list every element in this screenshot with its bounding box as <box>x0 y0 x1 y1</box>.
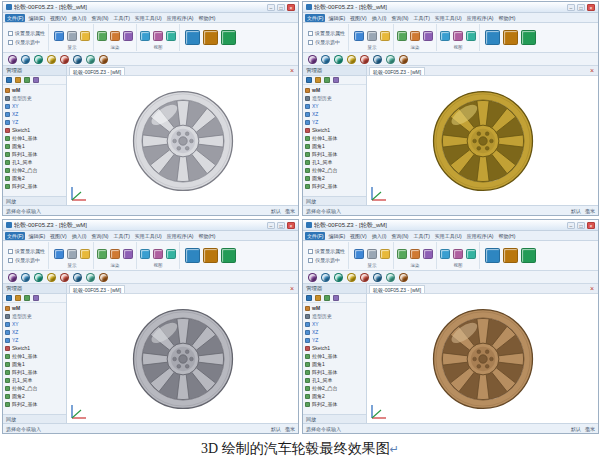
menu-tab[interactable]: 插入(I) <box>370 14 389 22</box>
tree-item[interactable]: XZ <box>305 110 364 118</box>
tree-item[interactable]: 阵列1_基体 <box>5 368 64 376</box>
tree-item[interactable]: 拉伸1_基体 <box>5 352 64 360</box>
ribbon-option-row[interactable]: 设置显示属性 <box>308 30 345 36</box>
document-tab[interactable]: 轮毂-00F05.Z3 - [wM] <box>69 67 125 75</box>
menu-tab[interactable]: 编辑(E) <box>26 232 47 240</box>
scene-settings-icon[interactable] <box>503 30 518 45</box>
right-view-icon[interactable] <box>47 273 56 282</box>
checkbox-icon[interactable] <box>8 249 13 254</box>
render-image-icon[interactable] <box>185 30 200 45</box>
wheel-model[interactable] <box>427 303 539 415</box>
document-close-icon[interactable]: × <box>590 67 596 75</box>
model-canvas[interactable] <box>367 294 598 423</box>
right-view-icon[interactable] <box>47 55 56 64</box>
tree-item[interactable]: 拉伸2_凸台 <box>305 166 364 174</box>
layer-tab-icon[interactable] <box>324 295 330 301</box>
tree-item[interactable]: 造型历史 <box>305 312 364 320</box>
rotate-view-icon[interactable] <box>373 273 382 282</box>
shade-mode-sphere-icon[interactable] <box>8 273 17 282</box>
material-icon[interactable] <box>123 31 133 41</box>
render-image-icon[interactable] <box>485 30 500 45</box>
material-icon[interactable] <box>423 31 433 41</box>
menu-tab[interactable]: 插入(I) <box>70 232 89 240</box>
layer-tab-icon[interactable] <box>24 77 30 83</box>
tree-item[interactable]: 阵列1_基体 <box>305 150 364 158</box>
rotate-view-icon[interactable] <box>373 55 382 64</box>
menu-tab[interactable]: 工具(T) <box>411 232 431 240</box>
tree-item[interactable]: XZ <box>305 328 364 336</box>
tree-item[interactable]: YZ <box>5 118 64 126</box>
tree-item[interactable]: XY <box>5 320 64 328</box>
iso-view-icon[interactable] <box>440 31 450 41</box>
tree-item[interactable]: 孔1_简单 <box>5 158 64 166</box>
tree-item[interactable]: 阵列2_基体 <box>5 400 64 408</box>
checkbox-icon[interactable] <box>8 40 13 45</box>
document-tab[interactable]: 轮毂-00F05.Z3 - [wM] <box>369 285 425 293</box>
shaded-render-icon[interactable] <box>97 31 107 41</box>
menu-tab[interactable]: 帮助(H) <box>496 232 517 240</box>
view-tab-icon[interactable] <box>33 77 39 83</box>
menu-tab[interactable]: 应用程序(A) <box>165 14 196 22</box>
right-view-icon[interactable] <box>347 273 356 282</box>
assembly-tab-icon[interactable] <box>15 295 21 301</box>
model-canvas[interactable] <box>67 294 298 423</box>
feature-tree-footer[interactable]: 回放 <box>303 414 366 423</box>
menu-tab[interactable]: 查询(N) <box>389 232 410 240</box>
checkbox-icon[interactable] <box>308 40 313 45</box>
shade-mode-sphere-icon[interactable] <box>308 273 317 282</box>
zoom-view-icon[interactable] <box>399 273 408 282</box>
tree-item[interactable]: 阵列1_基体 <box>5 150 64 158</box>
camera-view-icon[interactable] <box>153 249 163 259</box>
hide-target-icon[interactable] <box>67 249 77 259</box>
assembly-tab-icon[interactable] <box>15 77 21 83</box>
menu-tab[interactable]: 视图(V) <box>348 14 369 22</box>
maximize-button[interactable]: □ <box>577 4 585 11</box>
menu-tab[interactable]: 文件(F) <box>305 232 325 240</box>
scene-settings-icon[interactable] <box>203 248 218 263</box>
show-target-icon[interactable] <box>354 31 364 41</box>
camera-view-icon[interactable] <box>153 31 163 41</box>
menu-tab[interactable]: 文件(F) <box>5 232 25 240</box>
menu-tab[interactable]: 实用工具(U) <box>433 232 464 240</box>
tree-item[interactable]: XZ <box>5 110 64 118</box>
right-view-icon[interactable] <box>347 55 356 64</box>
tree-item[interactable]: 拉伸2_凸台 <box>5 384 64 392</box>
menu-tab[interactable]: 工具(T) <box>411 14 431 22</box>
window-titlebar[interactable]: 轮毂-00F05.Z3 - [轮毂_wM] – □ × <box>303 220 598 231</box>
tree-item[interactable]: wM <box>305 86 364 94</box>
tree-item[interactable]: 阵列2_基体 <box>305 182 364 190</box>
scene-settings-icon[interactable] <box>503 248 518 263</box>
assembly-tab-icon[interactable] <box>315 295 321 301</box>
document-close-icon[interactable]: × <box>290 285 296 293</box>
grid-view-icon[interactable] <box>466 249 476 259</box>
tree-item[interactable]: wM <box>305 304 364 312</box>
tree-item[interactable]: 拉伸1_基体 <box>305 134 364 142</box>
tree-item[interactable]: YZ <box>305 118 364 126</box>
tree-item[interactable]: 圆角2 <box>305 174 364 182</box>
menu-tab[interactable]: 视图(V) <box>48 14 69 22</box>
layer-tab-icon[interactable] <box>324 77 330 83</box>
feature-tree-footer[interactable]: 回放 <box>3 196 66 205</box>
menu-tab[interactable]: 实用工具(U) <box>133 232 164 240</box>
menu-tab[interactable]: 帮助(H) <box>496 14 517 22</box>
tree-item[interactable]: wM <box>5 304 64 312</box>
minimize-button[interactable]: – <box>267 4 275 11</box>
menu-tab[interactable]: 应用程序(A) <box>465 232 496 240</box>
history-tab-icon[interactable] <box>306 77 312 83</box>
ribbon-option-row[interactable]: 仅显示选中 <box>8 257 45 263</box>
menu-tab[interactable]: 查询(N) <box>89 14 110 22</box>
show-target-icon[interactable] <box>54 249 64 259</box>
shade-mode-sphere-icon[interactable] <box>8 55 17 64</box>
front-view-icon[interactable] <box>321 273 330 282</box>
tree-item[interactable]: 圆角2 <box>5 392 64 400</box>
tree-item[interactable]: 孔1_简单 <box>305 376 364 384</box>
tree-item[interactable]: 阵列2_基体 <box>305 400 364 408</box>
layer-tab-icon[interactable] <box>24 295 30 301</box>
top-view-icon[interactable] <box>334 273 343 282</box>
wireframe-icon[interactable] <box>410 249 420 259</box>
camera-view-icon[interactable] <box>453 249 463 259</box>
tree-item[interactable]: XY <box>305 320 364 328</box>
iso-view-icon[interactable] <box>60 273 69 282</box>
close-button[interactable]: × <box>287 4 295 11</box>
document-close-icon[interactable]: × <box>290 67 296 75</box>
